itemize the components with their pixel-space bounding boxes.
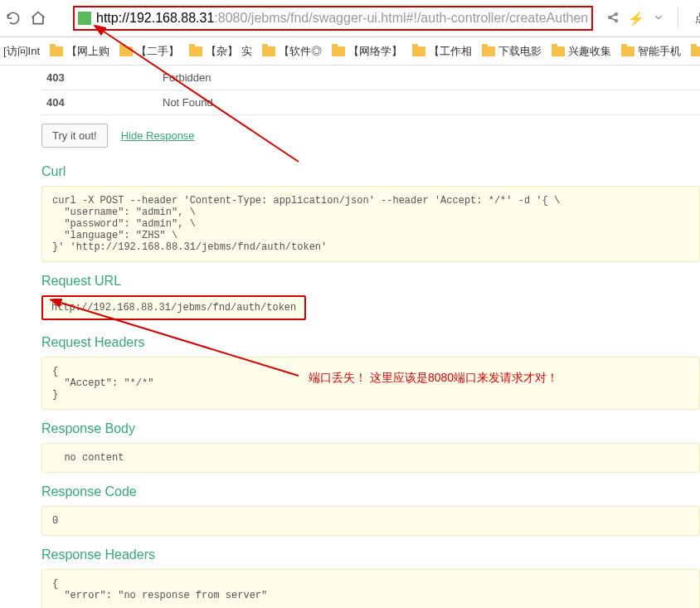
- folder-icon: [119, 46, 133, 56]
- toolbar-right: ⚡ 点: [606, 7, 700, 29]
- folder-icon: [262, 46, 275, 56]
- try-it-out-button[interactable]: Try it out!: [41, 124, 108, 148]
- response-body-block: no content: [41, 443, 700, 473]
- chevron-down-icon: [653, 12, 664, 23]
- home-icon: [30, 10, 46, 27]
- bookmark-label: 【网上购: [66, 44, 109, 59]
- right-label[interactable]: 点: [695, 11, 700, 26]
- folder-icon: [189, 46, 202, 56]
- bookmark-label: 【网络学】: [348, 44, 402, 59]
- hide-response-link[interactable]: Hide Response: [121, 129, 195, 142]
- url-part-port: :8080: [214, 11, 247, 25]
- bookmark-item[interactable]: 智能手机: [621, 44, 681, 59]
- folder-icon: [332, 46, 345, 56]
- status-label: Not Found: [158, 90, 700, 115]
- bookmark-label: 【软件◎: [279, 44, 322, 59]
- bookmark-item[interactable]: 下载电影: [482, 44, 542, 59]
- address-bar-wrap: http://192.168.88.31:8080/jebms/fnd/swag…: [73, 4, 598, 32]
- svg-point-0: [609, 16, 611, 18]
- bookmark-label: [访问Int: [3, 44, 40, 59]
- action-row: Try it out! Hide Response: [41, 124, 700, 148]
- bookmark-label: 【杂】 实: [206, 44, 252, 59]
- bookmark-item[interactable]: 兴趣收集: [552, 44, 611, 59]
- speed-icon[interactable]: ⚡: [628, 11, 644, 27]
- section-title-request-url: Request URL: [41, 274, 700, 289]
- section-title-request-headers: Request Headers: [41, 335, 700, 350]
- address-bar[interactable]: http://192.168.88.31:8080/jebms/fnd/swag…: [96, 11, 588, 26]
- section-title-response-body: Response Body: [41, 421, 700, 436]
- table-row: 404 Not Found: [41, 90, 700, 115]
- bookmark-label: 下载电影: [498, 44, 542, 59]
- bookmarks-bar: [访问Int 【网上购 【二手】 【杂】 实 【软件◎ 【网络学】 【工作相 下…: [0, 37, 700, 66]
- section-title-curl: Curl: [41, 164, 700, 179]
- toolbar-divider-2: [678, 7, 678, 29]
- folder-icon: [412, 46, 425, 56]
- folder-icon: [482, 46, 495, 56]
- bookmark-item[interactable]: 娟娟专用: [691, 44, 700, 59]
- share-button[interactable]: [606, 11, 620, 27]
- bookmark-item[interactable]: 【杂】 实: [189, 44, 252, 59]
- response-code-block: 0: [41, 506, 700, 536]
- folder-icon: [552, 46, 565, 56]
- request-url-highlight-box: http://192.168.88.31/jebms/fnd/auth/toke…: [41, 295, 306, 320]
- reload-button[interactable]: [5, 7, 22, 30]
- bookmark-label: 兴趣收集: [568, 44, 611, 59]
- url-highlight-box: http://192.168.88.31:8080/jebms/fnd/swag…: [73, 6, 593, 31]
- folder-icon: [691, 46, 700, 56]
- home-button[interactable]: [30, 7, 46, 30]
- swagger-content: 403 Forbidden 404 Not Found Try it out! …: [0, 66, 700, 608]
- bookmark-item[interactable]: 【网上购: [50, 44, 109, 59]
- table-row: 403 Forbidden: [41, 66, 700, 90]
- status-code: 403: [41, 66, 158, 90]
- svg-point-2: [615, 19, 618, 22]
- folder-icon: [621, 46, 634, 56]
- bookmark-label: 智能手机: [638, 44, 681, 59]
- curl-block: curl -X POST --header 'Content-Type: app…: [41, 186, 700, 262]
- bookmark-label: 【二手】: [136, 44, 179, 59]
- bookmark-item[interactable]: 【二手】: [119, 44, 179, 59]
- bookmark-label: 【工作相: [429, 44, 472, 59]
- section-title-response-headers: Response Headers: [41, 547, 700, 562]
- request-headers-block: { "Accept": "*/*" }: [41, 357, 700, 410]
- svg-point-1: [615, 12, 618, 15]
- url-part-host: http://192.168.88.31: [96, 11, 214, 25]
- section-title-response-code: Response Code: [41, 484, 700, 499]
- bookmark-item[interactable]: 【网络学】: [332, 44, 402, 59]
- status-code: 404: [41, 90, 158, 115]
- bookmark-item[interactable]: 【软件◎: [262, 44, 322, 59]
- response-headers-block: { "error": "no response from server": [41, 569, 700, 608]
- bookmark-item[interactable]: 【工作相: [412, 44, 472, 59]
- folder-icon: [50, 46, 63, 56]
- site-lock-icon: [78, 12, 91, 25]
- status-table: 403 Forbidden 404 Not Found: [41, 66, 700, 115]
- reload-icon: [5, 10, 22, 27]
- browser-toolbar: http://192.168.88.31:8080/jebms/fnd/swag…: [0, 0, 700, 37]
- bookmark-item[interactable]: [访问Int: [3, 44, 40, 59]
- status-label: Forbidden: [158, 66, 700, 90]
- share-icon: [606, 11, 620, 24]
- url-part-rest: /jebms/fnd/swagger-ui.html#!/auth-contro…: [247, 11, 588, 25]
- dropdown-button[interactable]: [653, 12, 664, 26]
